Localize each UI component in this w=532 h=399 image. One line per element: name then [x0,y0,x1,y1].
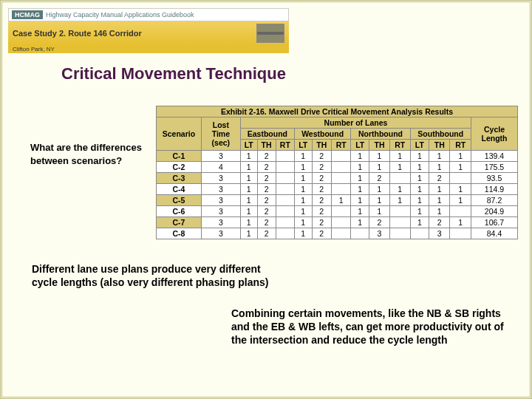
cell-lane: 2 [257,162,276,173]
col-cycle-length: Cycle Length [471,117,518,151]
cell-scenario: C-1 [157,151,202,162]
cell-lane: 1 [389,151,410,162]
cell-lane: 1 [410,195,429,206]
cell-lane: 2 [257,195,276,206]
cell-lane: 1 [389,195,410,206]
cell-lane: 1 [331,195,350,206]
cell-lane: 1 [450,162,471,173]
cell-cycle-length: 204.9 [471,206,518,217]
cell-lane: 1 [429,151,450,162]
cell-lane: 1 [369,206,390,217]
bottom-note-2: Combining certain movements, like the NB… [231,307,512,347]
dir-nb: Northbound [351,129,410,140]
cell-lane: 2 [257,217,276,228]
cell-lane: 1 [369,184,390,195]
cell-lane: 1 [240,151,257,162]
cell-lane: 2 [257,228,276,239]
subcol-9: LT [410,140,429,151]
table-row: C-431212111111114.9 [157,184,518,195]
cell-lane: 2 [312,173,331,184]
cell-lane: 2 [312,151,331,162]
cell-lane [276,173,294,184]
cell-lane: 1 [450,151,471,162]
cell-lane: 1 [429,195,450,206]
cell-lane: 2 [257,184,276,195]
cell-lane [276,162,294,173]
cell-cycle-length: 114.9 [471,184,518,195]
subcol-3: LT [294,140,312,151]
cell-lane [331,173,350,184]
cell-lane: 1 [294,184,312,195]
cell-lane [276,217,294,228]
cell-lane: 1 [240,206,257,217]
cell-lane: 1 [351,151,369,162]
cell-lane [331,217,350,228]
cell-lane [450,228,471,239]
cell-lost-time: 3 [201,184,240,195]
page-title: Critical Movement Technique [61,64,286,83]
cell-cycle-length: 93.5 [471,173,518,184]
cell-lane [276,228,294,239]
cell-lane: 1 [389,184,410,195]
cell-lane: 1 [240,162,257,173]
side-question: What are the differences between scenari… [30,141,149,167]
header-banner: HCMAG Highway Capacity Manual Applicatio… [8,8,289,53]
cell-scenario: C-6 [157,206,202,217]
cell-lane [276,151,294,162]
cell-lane: 1 [294,162,312,173]
cell-lane: 1 [450,217,471,228]
cell-cycle-length: 84.4 [471,228,518,239]
cell-lane [331,151,350,162]
col-scenario: Scenario [157,117,202,151]
cell-lost-time: 3 [201,173,240,184]
col-lost-time: Lost Time (sec) [201,117,240,151]
cell-lane: 1 [240,195,257,206]
cell-lane [389,228,410,239]
banner-mid-text: Case Study 2. Route 146 Corridor [13,29,142,38]
cell-lane: 1 [369,195,390,206]
cell-lane: 2 [369,173,390,184]
cell-cycle-length: 87.2 [471,195,518,206]
cell-lane: 1 [294,151,312,162]
cell-lane: 1 [369,162,390,173]
cell-lane: 1 [410,217,429,228]
cell-lane [389,206,410,217]
cell-lane: 2 [369,217,390,228]
cell-lane: 2 [257,173,276,184]
subcol-0: LT [240,140,257,151]
cell-lane: 2 [312,195,331,206]
banner-top: HCMAG Highway Capacity Manual Applicatio… [8,8,289,21]
cell-lane: 1 [389,162,410,173]
subcol-7: TH [369,140,390,151]
table-row: C-73121212121106.7 [157,217,518,228]
cell-lane: 2 [257,206,276,217]
cell-lane: 1 [351,195,369,206]
cell-lane: 3 [369,228,390,239]
subcol-1: TH [257,140,276,151]
cell-lane: 1 [294,195,312,206]
cell-lane: 2 [429,217,450,228]
cell-lane: 1 [294,173,312,184]
cell-lane [450,206,471,217]
dir-sb: Southbound [410,129,471,140]
cell-lane: 2 [312,206,331,217]
cell-lane: 1 [410,173,429,184]
table-row: C-6312121111204.9 [157,206,518,217]
cell-cycle-length: 175.5 [471,162,518,173]
banner-bot: Clifton Park, NY [8,45,289,53]
cell-scenario: C-5 [157,195,202,206]
cell-lane: 1 [294,217,312,228]
table-caption: Exhibit 2-16. Maxwell Drive Critical Mov… [157,106,518,117]
cell-lane [389,217,410,228]
cell-lane: 2 [257,151,276,162]
hcmag-badge: HCMAG [12,10,43,19]
cell-lane [276,195,294,206]
cell-lane: 1 [429,162,450,173]
cell-lane [276,184,294,195]
cell-lane: 1 [369,151,390,162]
cell-lane: 3 [429,228,450,239]
cell-lane: 1 [410,206,429,217]
cell-scenario: C-2 [157,162,202,173]
subcol-2: RT [276,140,294,151]
cell-lane: 1 [410,162,429,173]
